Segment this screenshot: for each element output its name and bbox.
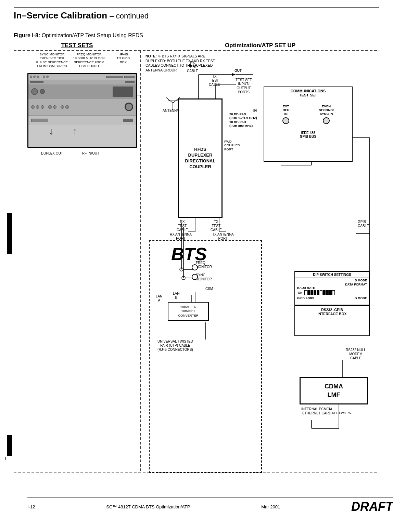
- svg-marker-6: [232, 73, 236, 76]
- footer-date: Mar 2001: [261, 504, 280, 509]
- tx-antenna-port-label: TX ANTENNAPORT: [212, 232, 234, 241]
- tx-test-cable-bot-label: TXTESTCABLE: [211, 220, 222, 232]
- footer: I-12 SC™ 4812T CDMA BTS Optimization/ATP…: [27, 497, 393, 514]
- rfds-box: RFDSDUPLEXERDIRECTIONALCOUPLER: [178, 98, 223, 218]
- freq-monitor-label: FREQ MONITOR19.6608 MHZ CLOCKREFERENCE F…: [72, 52, 106, 68]
- lan-b-label: LANB: [173, 292, 179, 300]
- cdma-lmf-box: CDMALMF: [300, 377, 368, 404]
- ref-label: REF FW00759: [332, 411, 353, 415]
- comm-test-set-box: COMMUNICATIONSTEST SET EXTREFIN EVENSECO…: [264, 87, 353, 162]
- freq-monitor-connector: [192, 264, 198, 270]
- converter-box: 10BASE T/10BASE2CONVERTER: [168, 302, 209, 321]
- sync-monitor-connector: [192, 274, 198, 280]
- pad-label: 20 DB PAD(FOR 1.7/1.9 GHZ)10 DB PAD(FOR …: [229, 112, 257, 128]
- left-bar-2: [7, 435, 12, 456]
- header-divider: [14, 7, 379, 8]
- rx-test-cable-bot-label: RXTESTCABLE: [177, 220, 188, 232]
- interface-box: RS232–GPIBINTERFACE BOX: [294, 305, 370, 336]
- out-label: OUT: [234, 69, 242, 73]
- footer-center: SC™ 4812T CDMA BTS Optimization/ATP: [106, 504, 190, 509]
- test-set-ports-label: TEST SETINPUT/OUTPUTPORTS: [236, 78, 252, 94]
- note-text: NOTE: IF BTS RX/TX SIGNALS ARE DUPLEXED:…: [145, 54, 221, 73]
- rx-antenna-port-label: RX ANTENNAPORT: [170, 232, 192, 241]
- rf-inout-label: RF IN/OUT: [82, 151, 99, 156]
- gpib-cable-label: GPIBCABLE: [358, 220, 369, 228]
- internal-pcmcia-label: INTERNAL PCMCIAETHERNET CARD: [301, 407, 332, 415]
- tx-test-cable-top-label: TXTESTCABLE: [209, 75, 220, 87]
- svg-line-35: [166, 97, 173, 103]
- sync-monitor-bts-label: SYNCMONITOR: [196, 273, 212, 281]
- page-title: In–Service Calibration – continued: [14, 10, 149, 21]
- footer-page-num: I-12: [27, 504, 35, 509]
- optimization-header: Optimization/ATP SET UP: [157, 42, 363, 49]
- diagram-area: TEST SETS Optimization/ATP SET UP: [14, 42, 379, 497]
- page: In–Service Calibration – continued Figur…: [0, 0, 393, 532]
- freq-monitor-bts-label: FREQMONITOR: [196, 261, 212, 269]
- page-i-indicator: I: [5, 456, 7, 461]
- test-sets-header: TEST SETS: [14, 42, 140, 49]
- figure-caption: Figure I-8: Optimization/ATP Test Setup …: [14, 32, 379, 39]
- lan-a-label: LANA: [156, 294, 162, 303]
- hp-ib-label: HP–IBTO GPIBBOX: [113, 52, 134, 64]
- dip-switch-box: DIP SWITCH SETTINGS S MODE DATA FORMAT B…: [294, 271, 370, 305]
- hp-machine: ↓ ↑: [27, 73, 137, 148]
- sync-monitor-label: SYNC MONITOREVEN SEC TICKPULSE REFERENCE…: [35, 52, 69, 68]
- csm-label: CSM: [205, 287, 213, 291]
- rs232-null-label: RS232 NULLMODEMCABLE: [346, 348, 366, 360]
- duplex-out-label: DUPLEX OUT: [41, 151, 63, 156]
- footer-draft: DRAFT: [351, 500, 393, 514]
- left-bar-1: [7, 213, 12, 254]
- fwd-coupled-label: FWDCOUPLEDPORT: [224, 139, 240, 151]
- rx-test-cable-top-label: RXTESTCABLE: [187, 61, 198, 73]
- utp-cable-label: UNIVERSAL TWISTEDPAIR (UTP) CABLE(RJ45 C…: [157, 340, 193, 352]
